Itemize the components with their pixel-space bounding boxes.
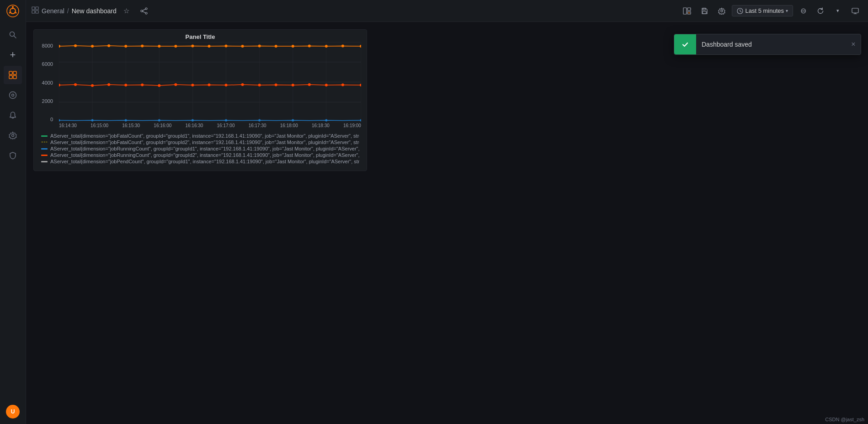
topbar: General / New dashboard ☆ Last 5 minutes… [26,0,868,22]
svg-point-83 [208,84,210,86]
svg-line-9 [14,36,16,38]
svg-rect-10 [9,71,12,75]
legend-color-2 [41,148,48,150]
footer-text: CSDN @jast_zsh [825,417,864,422]
svg-point-70 [308,45,311,48]
svg-point-86 [258,84,261,86]
svg-rect-12 [9,75,12,79]
footer: CSDN @jast_zsh [821,415,868,424]
legend-item-0: AServer_total{dimension="jobFatalCount",… [41,133,359,139]
sidebar-item-alerting[interactable] [4,106,22,124]
svg-rect-26 [683,8,687,14]
svg-point-102 [360,119,361,122]
svg-point-69 [292,45,294,48]
add-panel-button[interactable] [680,4,694,18]
breadcrumb-separator: / [67,7,69,15]
svg-point-90 [325,84,328,86]
x-label-0: 16:14:30 [59,123,77,128]
toast-close-button[interactable]: × [846,34,861,54]
zoom-out-button[interactable]: ⊖ [796,4,810,18]
svg-rect-13 [13,75,16,79]
svg-point-21 [145,8,147,10]
svg-point-87 [275,84,277,86]
svg-point-100 [292,119,294,122]
svg-rect-32 [703,11,706,14]
panel-title: Panel Title [34,30,367,42]
svg-point-84 [225,84,228,86]
svg-rect-18 [36,7,38,10]
sidebar-item-explore[interactable] [4,86,22,104]
sidebar-item-search[interactable] [4,26,22,44]
chart-svg [59,42,361,122]
y-label-4000: 4000 [42,80,53,86]
grid-icon [32,6,39,15]
x-label-7: 16:18:00 [280,123,298,128]
breadcrumb-current[interactable]: New dashboard [72,7,117,15]
refresh-button[interactable] [813,4,828,18]
svg-point-64 [208,45,210,48]
svg-point-85 [241,83,244,86]
toast-message: Dashboard saved [696,34,846,54]
y-label-0: 0 [50,117,53,122]
legend-item-3: AServer_total{dimension="jobRunningCount… [41,152,359,158]
toast-icon [674,34,696,54]
svg-rect-31 [703,8,705,10]
sidebar-item-config[interactable] [4,126,22,145]
y-label-6000: 6000 [42,61,53,67]
sidebar-item-add[interactable]: + [4,46,22,64]
svg-point-92 [360,84,361,86]
legend-item-1: AServer_total{dimension="jobFatalCount",… [41,140,359,145]
svg-point-75 [74,83,77,86]
svg-point-71 [325,45,328,48]
breadcrumb-parent[interactable]: General [42,7,64,15]
svg-point-99 [258,119,261,122]
svg-point-78 [124,84,127,86]
panel: Panel Title 8000 6000 4000 2000 0 [33,29,367,171]
save-button[interactable] [697,4,712,18]
settings-button[interactable] [714,4,729,18]
x-label-4: 16:16:30 [185,123,203,128]
share-button[interactable] [137,4,151,18]
svg-point-94 [91,119,94,122]
svg-point-67 [258,45,261,48]
x-label-5: 16:17:00 [217,123,235,128]
svg-line-24 [143,9,145,11]
legend-color-0 [41,135,48,137]
svg-rect-20 [36,11,38,13]
svg-point-98 [225,119,227,122]
svg-point-89 [308,83,311,86]
refresh-cycle-button[interactable]: ▾ [831,4,845,18]
toast-notification: Dashboard saved × [674,34,861,55]
svg-point-81 [174,83,177,86]
time-range-picker[interactable]: Last 5 minutes ▾ [732,5,793,16]
svg-point-6 [9,12,11,14]
grafana-logo[interactable] [5,4,20,18]
svg-point-59 [124,45,127,48]
svg-point-22 [141,10,143,12]
y-label-2000: 2000 [42,98,53,104]
svg-point-63 [191,45,194,48]
sidebar-item-dashboards[interactable] [4,66,22,84]
legend-item-2: AServer_total{dimension="jobRunningCount… [41,146,359,151]
svg-point-23 [145,12,147,14]
sidebar-bottom: U [6,405,20,419]
svg-line-25 [143,11,145,12]
svg-rect-17 [32,7,35,10]
tv-mode-button[interactable] [848,4,863,18]
sidebar-item-shield[interactable] [4,146,22,165]
svg-point-14 [10,92,16,99]
svg-point-74 [59,84,60,86]
svg-point-60 [141,45,144,48]
svg-point-76 [91,84,94,87]
legend-label-4: AServer_total{dimension="jobPendCount", … [50,159,359,164]
svg-point-72 [341,45,344,48]
legend-label-0: AServer_total{dimension="jobFatalCount",… [50,133,359,139]
svg-point-61 [158,45,160,48]
svg-point-56 [74,44,77,47]
star-button[interactable]: ☆ [119,4,134,18]
svg-point-65 [225,45,228,48]
legend-color-1 [41,142,48,143]
legend-item-4: AServer_total{dimension="jobPendCount", … [41,159,359,164]
user-avatar[interactable]: U [6,405,20,419]
y-label-8000: 8000 [42,43,53,48]
